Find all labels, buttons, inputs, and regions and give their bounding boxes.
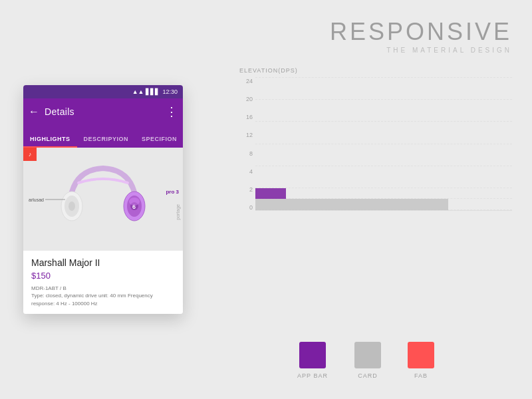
chart-container: ELEVATION(DPS) 0 2 4 8 12 16 20 24 [219,67,512,331]
product-name: Marshall Major II [31,257,175,268]
gridline-16 [255,121,512,122]
promo-badge: ♪ [23,148,37,161]
main-subtitle: THE MATERIAL DESIGN [219,47,512,54]
more-options-icon[interactable]: ⋮ [166,104,178,119]
bar-card [255,199,448,210]
svg-point-7 [129,198,140,205]
label-around: arlusad [29,197,65,201]
chart-legend: APP BAR CARD FAB [219,342,512,386]
left-panel: ▲▲ ▋▋▋ 12:30 ← Details ⋮ HighliGHTS DESC… [0,0,206,399]
status-bar: ▲▲ ▋▋▋ 12:30 [23,85,183,98]
app-bar: ← Details ⋮ [23,98,183,125]
app-bar-title: Details [45,106,166,117]
legend-swatch-appbar [299,342,326,368]
label-pro: pro 3 [166,189,179,195]
chart-area: 0 2 4 8 12 16 20 24 [239,78,512,224]
right-panel: RESPONSIVE THE MATERIAL DESIGN ELEVATION… [206,0,532,399]
legend-label-card: CARD [358,372,378,379]
legend-item-fab: FAB [408,342,434,379]
y-label-8: 8 [239,150,255,157]
y-label-16: 16 [239,114,255,120]
tab-bar: HighliGHTS DESCRIPYION SPECIFION [23,125,183,148]
product-image: 6 [53,156,153,243]
label-portage: portage [176,204,180,220]
svg-point-6 [68,201,75,211]
y-label-20: 20 [239,96,255,102]
gridline-20 [255,99,512,100]
chart-label: ELEVATION(DPS) [239,67,512,74]
product-price: $150 [31,271,175,281]
product-info: Marshall Major II $150 MDR-1ABT / B Type… [23,251,183,314]
legend-label-appbar: APP BAR [297,372,328,379]
status-time: 12:30 [162,88,178,95]
wifi-icon: ▲▲ [132,88,144,95]
y-label-4: 4 [239,168,255,175]
bar-app-bar [255,188,286,200]
legend-item-appbar: APP BAR [297,342,328,379]
phone-mockup: ▲▲ ▋▋▋ 12:30 ← Details ⋮ HighliGHTS DESC… [23,85,183,314]
y-label-24: 24 [239,78,255,84]
product-sku: MDR-1ABT / B Type: closed, dynamic drive… [31,285,175,307]
y-label-12: 12 [239,132,255,138]
back-button[interactable]: ← [29,106,39,118]
responsive-title: RESPONSIVE [219,20,512,44]
gridline-24 [255,77,512,78]
tab-description[interactable]: DESCRIPYION [77,136,136,148]
legend-swatch-card [354,342,381,368]
legend-swatch-fab [408,342,434,368]
y-label-2: 2 [239,186,255,193]
gridline-4 [255,188,512,188]
legend-label-fab: FAB [414,372,428,379]
signal-icons: ▲▲ ▋▋▋ [132,88,160,95]
gridline-12 [255,144,512,144]
y-label-0: 0 [239,204,255,211]
main-title: RESPONSIVE [219,20,512,44]
tab-highlights[interactable]: HighliGHTS [23,136,77,148]
legend-item-card: CARD [354,342,381,379]
tab-specification[interactable]: SPECIFION [135,136,183,148]
product-image-area: ♪ 6 arlusa [23,148,183,251]
chart-plot [255,78,512,211]
gridline-8 [255,166,512,166]
chart-y-axis: 0 2 4 8 12 16 20 24 [239,78,255,211]
signal-icon: ▋▋▋ [146,88,160,95]
